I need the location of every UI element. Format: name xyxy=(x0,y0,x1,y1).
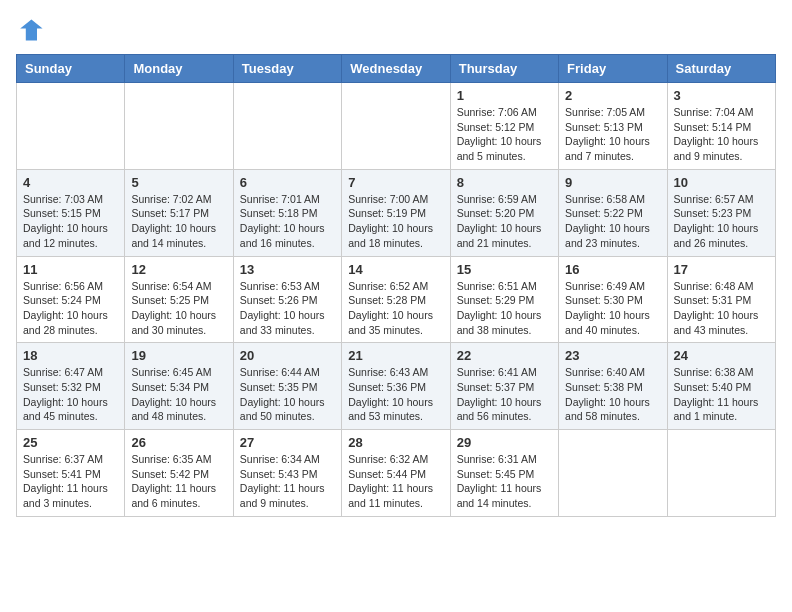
calendar-cell xyxy=(17,83,125,170)
day-info: Sunrise: 6:37 AM Sunset: 5:41 PM Dayligh… xyxy=(23,452,118,511)
calendar-cell xyxy=(559,430,667,517)
calendar-cell: 27Sunrise: 6:34 AM Sunset: 5:43 PM Dayli… xyxy=(233,430,341,517)
calendar-cell xyxy=(233,83,341,170)
calendar-cell: 6Sunrise: 7:01 AM Sunset: 5:18 PM Daylig… xyxy=(233,169,341,256)
calendar-cell: 28Sunrise: 6:32 AM Sunset: 5:44 PM Dayli… xyxy=(342,430,450,517)
calendar-week-row: 4Sunrise: 7:03 AM Sunset: 5:15 PM Daylig… xyxy=(17,169,776,256)
day-number: 7 xyxy=(348,175,443,190)
day-info: Sunrise: 6:52 AM Sunset: 5:28 PM Dayligh… xyxy=(348,279,443,338)
weekday-header: Tuesday xyxy=(233,55,341,83)
calendar-cell: 26Sunrise: 6:35 AM Sunset: 5:42 PM Dayli… xyxy=(125,430,233,517)
day-info: Sunrise: 6:58 AM Sunset: 5:22 PM Dayligh… xyxy=(565,192,660,251)
page-header xyxy=(16,16,776,44)
day-info: Sunrise: 7:04 AM Sunset: 5:14 PM Dayligh… xyxy=(674,105,769,164)
calendar-cell: 3Sunrise: 7:04 AM Sunset: 5:14 PM Daylig… xyxy=(667,83,775,170)
calendar-cell xyxy=(342,83,450,170)
calendar-cell: 12Sunrise: 6:54 AM Sunset: 5:25 PM Dayli… xyxy=(125,256,233,343)
day-info: Sunrise: 7:01 AM Sunset: 5:18 PM Dayligh… xyxy=(240,192,335,251)
day-info: Sunrise: 6:34 AM Sunset: 5:43 PM Dayligh… xyxy=(240,452,335,511)
logo xyxy=(16,16,48,44)
calendar-cell: 9Sunrise: 6:58 AM Sunset: 5:22 PM Daylig… xyxy=(559,169,667,256)
day-info: Sunrise: 6:53 AM Sunset: 5:26 PM Dayligh… xyxy=(240,279,335,338)
calendar-cell: 21Sunrise: 6:43 AM Sunset: 5:36 PM Dayli… xyxy=(342,343,450,430)
day-number: 22 xyxy=(457,348,552,363)
logo-icon xyxy=(16,16,44,44)
day-info: Sunrise: 6:35 AM Sunset: 5:42 PM Dayligh… xyxy=(131,452,226,511)
day-number: 27 xyxy=(240,435,335,450)
calendar-cell: 22Sunrise: 6:41 AM Sunset: 5:37 PM Dayli… xyxy=(450,343,558,430)
day-number: 11 xyxy=(23,262,118,277)
day-info: Sunrise: 6:31 AM Sunset: 5:45 PM Dayligh… xyxy=(457,452,552,511)
day-info: Sunrise: 6:57 AM Sunset: 5:23 PM Dayligh… xyxy=(674,192,769,251)
calendar-cell: 23Sunrise: 6:40 AM Sunset: 5:38 PM Dayli… xyxy=(559,343,667,430)
calendar-cell xyxy=(667,430,775,517)
day-number: 13 xyxy=(240,262,335,277)
day-info: Sunrise: 6:47 AM Sunset: 5:32 PM Dayligh… xyxy=(23,365,118,424)
day-info: Sunrise: 6:43 AM Sunset: 5:36 PM Dayligh… xyxy=(348,365,443,424)
day-number: 9 xyxy=(565,175,660,190)
day-info: Sunrise: 6:48 AM Sunset: 5:31 PM Dayligh… xyxy=(674,279,769,338)
weekday-header: Monday xyxy=(125,55,233,83)
calendar-cell: 29Sunrise: 6:31 AM Sunset: 5:45 PM Dayli… xyxy=(450,430,558,517)
calendar-cell: 7Sunrise: 7:00 AM Sunset: 5:19 PM Daylig… xyxy=(342,169,450,256)
day-info: Sunrise: 7:00 AM Sunset: 5:19 PM Dayligh… xyxy=(348,192,443,251)
calendar-cell: 14Sunrise: 6:52 AM Sunset: 5:28 PM Dayli… xyxy=(342,256,450,343)
day-number: 3 xyxy=(674,88,769,103)
calendar-cell xyxy=(125,83,233,170)
weekday-header: Wednesday xyxy=(342,55,450,83)
day-info: Sunrise: 6:54 AM Sunset: 5:25 PM Dayligh… xyxy=(131,279,226,338)
weekday-header: Sunday xyxy=(17,55,125,83)
day-info: Sunrise: 6:44 AM Sunset: 5:35 PM Dayligh… xyxy=(240,365,335,424)
day-number: 10 xyxy=(674,175,769,190)
day-number: 6 xyxy=(240,175,335,190)
day-number: 12 xyxy=(131,262,226,277)
day-info: Sunrise: 6:41 AM Sunset: 5:37 PM Dayligh… xyxy=(457,365,552,424)
calendar-header-row: SundayMondayTuesdayWednesdayThursdayFrid… xyxy=(17,55,776,83)
day-number: 25 xyxy=(23,435,118,450)
day-number: 29 xyxy=(457,435,552,450)
calendar-cell: 10Sunrise: 6:57 AM Sunset: 5:23 PM Dayli… xyxy=(667,169,775,256)
calendar-cell: 2Sunrise: 7:05 AM Sunset: 5:13 PM Daylig… xyxy=(559,83,667,170)
calendar-week-row: 11Sunrise: 6:56 AM Sunset: 5:24 PM Dayli… xyxy=(17,256,776,343)
svg-marker-0 xyxy=(20,20,42,41)
calendar-table: SundayMondayTuesdayWednesdayThursdayFrid… xyxy=(16,54,776,517)
day-number: 5 xyxy=(131,175,226,190)
day-number: 26 xyxy=(131,435,226,450)
day-number: 28 xyxy=(348,435,443,450)
day-number: 23 xyxy=(565,348,660,363)
day-info: Sunrise: 6:32 AM Sunset: 5:44 PM Dayligh… xyxy=(348,452,443,511)
calendar-cell: 20Sunrise: 6:44 AM Sunset: 5:35 PM Dayli… xyxy=(233,343,341,430)
calendar-cell: 24Sunrise: 6:38 AM Sunset: 5:40 PM Dayli… xyxy=(667,343,775,430)
day-number: 18 xyxy=(23,348,118,363)
day-info: Sunrise: 7:05 AM Sunset: 5:13 PM Dayligh… xyxy=(565,105,660,164)
day-info: Sunrise: 6:49 AM Sunset: 5:30 PM Dayligh… xyxy=(565,279,660,338)
day-info: Sunrise: 6:51 AM Sunset: 5:29 PM Dayligh… xyxy=(457,279,552,338)
day-info: Sunrise: 6:59 AM Sunset: 5:20 PM Dayligh… xyxy=(457,192,552,251)
day-number: 14 xyxy=(348,262,443,277)
day-info: Sunrise: 6:40 AM Sunset: 5:38 PM Dayligh… xyxy=(565,365,660,424)
calendar-week-row: 25Sunrise: 6:37 AM Sunset: 5:41 PM Dayli… xyxy=(17,430,776,517)
day-info: Sunrise: 6:38 AM Sunset: 5:40 PM Dayligh… xyxy=(674,365,769,424)
day-number: 2 xyxy=(565,88,660,103)
calendar-cell: 19Sunrise: 6:45 AM Sunset: 5:34 PM Dayli… xyxy=(125,343,233,430)
calendar-cell: 4Sunrise: 7:03 AM Sunset: 5:15 PM Daylig… xyxy=(17,169,125,256)
weekday-header: Friday xyxy=(559,55,667,83)
day-number: 15 xyxy=(457,262,552,277)
day-info: Sunrise: 6:56 AM Sunset: 5:24 PM Dayligh… xyxy=(23,279,118,338)
calendar-cell: 8Sunrise: 6:59 AM Sunset: 5:20 PM Daylig… xyxy=(450,169,558,256)
weekday-header: Saturday xyxy=(667,55,775,83)
calendar-cell: 1Sunrise: 7:06 AM Sunset: 5:12 PM Daylig… xyxy=(450,83,558,170)
day-info: Sunrise: 6:45 AM Sunset: 5:34 PM Dayligh… xyxy=(131,365,226,424)
day-number: 20 xyxy=(240,348,335,363)
calendar-cell: 18Sunrise: 6:47 AM Sunset: 5:32 PM Dayli… xyxy=(17,343,125,430)
calendar-cell: 13Sunrise: 6:53 AM Sunset: 5:26 PM Dayli… xyxy=(233,256,341,343)
calendar-week-row: 1Sunrise: 7:06 AM Sunset: 5:12 PM Daylig… xyxy=(17,83,776,170)
day-info: Sunrise: 7:03 AM Sunset: 5:15 PM Dayligh… xyxy=(23,192,118,251)
calendar-cell: 5Sunrise: 7:02 AM Sunset: 5:17 PM Daylig… xyxy=(125,169,233,256)
weekday-header: Thursday xyxy=(450,55,558,83)
day-number: 24 xyxy=(674,348,769,363)
day-number: 1 xyxy=(457,88,552,103)
day-info: Sunrise: 7:02 AM Sunset: 5:17 PM Dayligh… xyxy=(131,192,226,251)
day-number: 8 xyxy=(457,175,552,190)
day-info: Sunrise: 7:06 AM Sunset: 5:12 PM Dayligh… xyxy=(457,105,552,164)
